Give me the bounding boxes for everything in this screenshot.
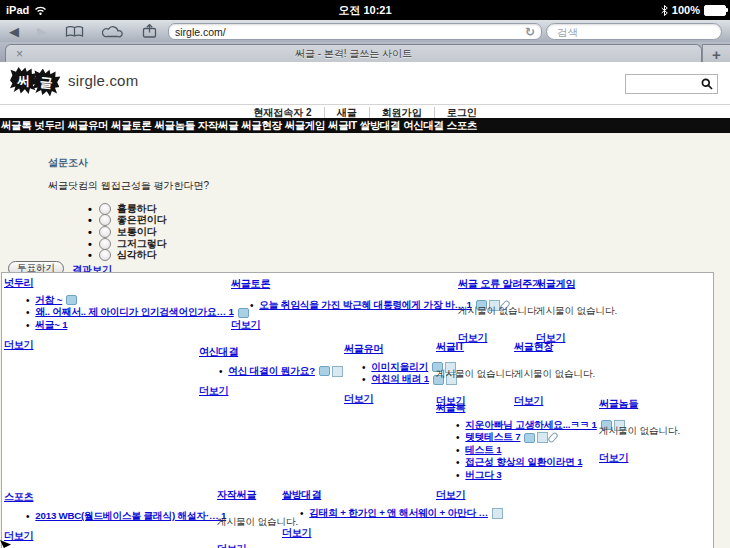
- post-link[interactable]: 테스트 1: [465, 444, 501, 457]
- nav-signup[interactable]: 회원가입: [370, 107, 435, 118]
- icloud-tabs-icon[interactable]: [93, 25, 132, 38]
- survey-title: 설문조사: [48, 156, 88, 170]
- survey-question: 써글닷컴의 웹접근성을 평가한다면?: [48, 179, 209, 193]
- radio-button[interactable]: [99, 249, 111, 261]
- menu-item[interactable]: 써글톡: [1, 119, 31, 133]
- menu-item[interactable]: 써글IT: [328, 119, 357, 133]
- board-title-link[interactable]: 쌀방대결: [282, 488, 321, 502]
- post-link[interactable]: 왜.. 어째서.. 제 아이디가 인기검색어인가요… 1: [35, 306, 233, 319]
- comment-icon: [319, 366, 330, 376]
- post-link[interactable]: 지운아빠님 고생하세요...ㅋㅋ 1: [465, 419, 597, 432]
- menu-item[interactable]: 써글현장: [241, 119, 281, 133]
- more-link[interactable]: 더보기: [282, 526, 311, 540]
- battery-percent: 100%: [672, 4, 700, 16]
- post-item: 오늘 취임식을 가진 박근혜 대통령에게 가장 바… 1: [250, 299, 456, 312]
- site-logo[interactable]: 써 글 sirgle.com: [10, 67, 138, 94]
- board-toron: 써글토론 오늘 취임식을 가진 박근혜 대통령에게 가장 바… 1 더보기: [231, 277, 456, 332]
- radio-button[interactable]: [99, 238, 111, 250]
- board-title-link[interactable]: 여신대결: [199, 345, 238, 359]
- board-title-link[interactable]: 써글유머: [344, 342, 383, 356]
- menu-item[interactable]: 써글토론: [111, 119, 151, 133]
- more-link[interactable]: 더보기: [599, 451, 628, 465]
- radio-button[interactable]: [99, 226, 111, 238]
- post-link[interactable]: 여친의 배려 1: [371, 373, 429, 386]
- board-title-link[interactable]: 써글 오류 알려주기: [458, 277, 542, 291]
- post-link[interactable]: 김태희 + 한가인 + 앤 해서웨이 + 아만다 …: [309, 507, 488, 520]
- url-text: sirgle.com/: [175, 26, 525, 38]
- browser-toolbar: ◀ ▶ sirgle.com/ ↻: [0, 20, 730, 43]
- site-header: 써 글 sirgle.com 현재접속자 2 새글 회원가입 로그인: [0, 62, 730, 118]
- post-link[interactable]: 거참 ~: [35, 294, 62, 307]
- board-game: 써글게임 게시물이 없습니다. 더보기: [536, 277, 646, 345]
- board-title-link[interactable]: 스포츠: [4, 490, 33, 504]
- forward-button[interactable]: ▶: [28, 25, 56, 38]
- board-title-link[interactable]: 써글IT: [436, 340, 464, 354]
- post-link[interactable]: 이미지올리기: [371, 361, 428, 374]
- menu-item[interactable]: 스포츠: [447, 119, 477, 133]
- menu-item[interactable]: 넛두리: [34, 119, 64, 133]
- post-item: 김태희 + 한가인 + 앤 해서웨이 + 아만다 …: [300, 507, 482, 520]
- board-sports: 스포츠 2013 WBC(월드베이스볼 클래식) 해설자·… 1 더보기: [4, 490, 219, 543]
- board-title-link[interactable]: 써글토론: [231, 277, 270, 291]
- post-item: 2013 WBC(월드베이스볼 클래식) 해설자·… 1: [26, 510, 219, 523]
- share-icon[interactable]: [132, 24, 167, 38]
- comment-icon: [524, 433, 535, 443]
- board-nomdeul: 써글놈들 게시물이 없습니다. 더보기: [599, 397, 704, 465]
- logo-burst-icon: 글: [31, 68, 61, 98]
- nav-login[interactable]: 로그인: [435, 107, 489, 118]
- tab-sirgle[interactable]: × 써글 - 본격! 글쓰는 사이트: [5, 44, 702, 63]
- post-item: 거참 ~: [26, 294, 226, 307]
- menu-item[interactable]: 써글유머: [68, 119, 108, 133]
- reload-icon[interactable]: ↻: [525, 25, 535, 39]
- address-bar[interactable]: sirgle.com/ ↻: [168, 23, 542, 40]
- survey-options: 훌륭하다 좋은편이다 보통이다 그저그렇다 심각하다: [88, 203, 167, 261]
- post-link[interactable]: 여신 대결이 뭔가요?: [228, 365, 315, 378]
- back-button[interactable]: ◀: [0, 25, 28, 38]
- board-title-link[interactable]: 넛두리: [4, 276, 33, 290]
- post-link[interactable]: 오늘 취임식을 가진 박근혜 대통령에게 가장 바… 1: [259, 299, 471, 312]
- image-icon: [492, 508, 503, 519]
- new-tab-button[interactable]: +: [702, 44, 730, 63]
- more-link[interactable]: 더보기: [217, 542, 246, 548]
- main-menu-bar: 써글톡 넛두리 써글유머 써글토론 써글놈들 자작써글 써글현장 써글게임 써글…: [0, 118, 730, 133]
- more-link[interactable]: 더보기: [199, 384, 228, 398]
- board-title-link[interactable]: 써글놈들: [599, 397, 638, 411]
- more-link[interactable]: 더보기: [4, 529, 33, 543]
- post-item: 접근성 향상의 일환이라면 1: [456, 457, 606, 470]
- more-link[interactable]: 더보기: [4, 338, 33, 352]
- board-title-link[interactable]: 써글톡: [436, 401, 465, 415]
- board-title-link[interactable]: 자작써글: [217, 488, 256, 502]
- site-search-input[interactable]: [626, 79, 697, 90]
- board-yeosin: 여신대결 여신 대결이 뭔가요? 더보기: [199, 345, 339, 398]
- nav-new-posts[interactable]: 새글: [325, 107, 370, 118]
- menu-item[interactable]: 여신대결: [403, 119, 443, 133]
- post-link[interactable]: 접근성 향상의 일환이라면 1: [465, 456, 582, 469]
- site-search-box: [625, 74, 718, 94]
- board-title-link[interactable]: 써글게임: [536, 277, 575, 291]
- post-link[interactable]: 2013 WBC(월드베이스볼 클래식) 해설자·… 1: [35, 510, 226, 523]
- search-icon[interactable]: [697, 78, 717, 90]
- post-link[interactable]: 텟텟테스트 7: [465, 431, 520, 444]
- menu-item[interactable]: 자작써글: [198, 119, 238, 133]
- image-icon: [332, 366, 343, 377]
- more-link[interactable]: 더보기: [344, 392, 373, 406]
- radio-button[interactable]: [99, 214, 111, 226]
- menu-item[interactable]: 써글놈들: [154, 119, 194, 133]
- post-link[interactable]: 버그다 3: [465, 469, 501, 482]
- board-neotduri: 넛두리 거참 ~ 왜.. 어째서.. 제 아이디가 인기검색어인가요… 1 써글…: [4, 276, 226, 352]
- empty-text: 게시물이 없습니다.: [599, 425, 704, 438]
- empty-text: 게시물이 없습니다.: [514, 368, 619, 381]
- post-link[interactable]: 써글~ 1: [35, 319, 67, 332]
- nav-current-users[interactable]: 현재접속자 2: [241, 107, 324, 118]
- post-item: 텟텟테스트 7: [456, 432, 606, 445]
- post-item: 버그다 3: [456, 469, 606, 482]
- browser-search-input[interactable]: [546, 23, 722, 40]
- clock: 오전 10:21: [0, 3, 730, 18]
- radio-button[interactable]: [99, 203, 111, 215]
- board-title-link[interactable]: 써글현장: [514, 340, 553, 354]
- more-link[interactable]: 더보기: [231, 318, 260, 332]
- image-icon: [537, 432, 548, 443]
- menu-item[interactable]: 쌀방대결: [360, 119, 400, 133]
- menu-item[interactable]: 써글게임: [285, 119, 325, 133]
- bookmarks-icon[interactable]: [56, 25, 93, 38]
